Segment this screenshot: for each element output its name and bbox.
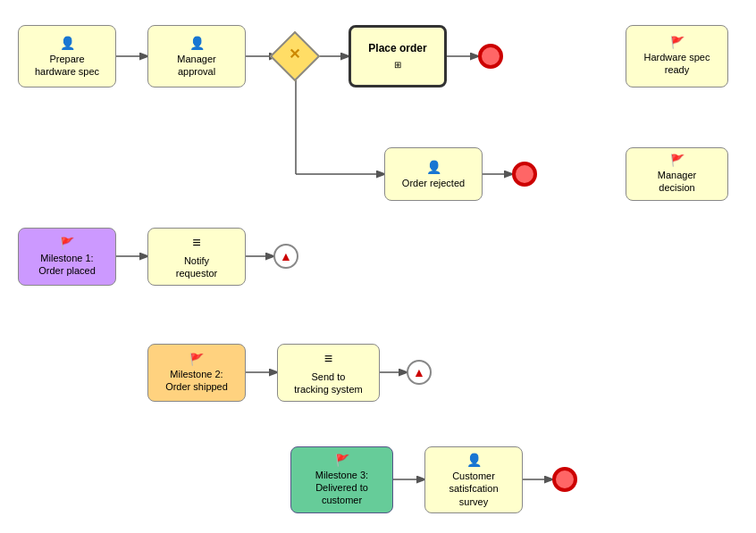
end-event-top (478, 44, 503, 69)
order-rejected-label: Order rejected (402, 177, 465, 189)
manager-decision[interactable]: 🚩 Manager decision (626, 147, 728, 201)
notify-requestor-task[interactable]: ≡ Notify requestor (147, 228, 246, 286)
milestone-order-shipped[interactable]: 🚩 Milestone 2: Order shipped (147, 344, 246, 402)
gateway-x-label: ✕ (289, 46, 300, 62)
place-order-sub-icon: ⊞ (394, 59, 401, 71)
hardware-spec-ready[interactable]: 🚩 Hardware spec ready (626, 25, 728, 87)
person-icon-2: 👤 (189, 35, 205, 51)
flag-icon-decision: 🚩 (670, 154, 685, 169)
end-event-rejected (512, 162, 537, 187)
manager-approval-label: Manager approval (177, 53, 215, 79)
person-icon-4: 👤 (466, 452, 482, 468)
lines-icon-2: ≡ (324, 350, 332, 369)
flag-icon-placed: 🚩 (60, 237, 74, 252)
flag-icon-shipped: 🚩 (189, 353, 204, 368)
manager-approval-task[interactable]: 👤 Manager approval (147, 25, 246, 87)
mid-event-tracking (407, 360, 432, 385)
person-icon-3: 👤 (426, 159, 441, 175)
manager-decision-label: Manager decision (658, 169, 696, 195)
order-rejected-task[interactable]: 👤 Order rejected (384, 147, 483, 201)
prepare-hardware-spec[interactable]: 👤 Prepare hardware spec (18, 25, 116, 87)
mid-event-notify (273, 244, 298, 269)
bpmn-canvas: 👤 Prepare hardware spec 👤 Manager approv… (0, 0, 756, 533)
send-tracking-label: Send to tracking system (294, 371, 362, 396)
prepare-label: Prepare hardware spec (35, 53, 99, 79)
person-icon: 👤 (60, 35, 75, 51)
place-order-task[interactable]: Place order ⊞ (349, 25, 447, 87)
milestone-delivered-label: Milestone 3: Delivered to customer (315, 469, 368, 507)
flag-icon-delivered: 🚩 (335, 454, 349, 469)
milestone-shipped-label: Milestone 2: Order shipped (165, 368, 228, 394)
flag-icon-hardware: 🚩 (670, 36, 685, 51)
gateway-container: ✕ (277, 38, 313, 74)
notify-requestor-label: Notify requestor (176, 254, 217, 280)
hardware-ready-label: Hardware spec ready (644, 51, 710, 77)
milestone-delivered[interactable]: 🚩 Milestone 3: Delivered to customer (290, 446, 393, 513)
send-tracking-task[interactable]: ≡ Send to tracking system (277, 344, 380, 402)
customer-survey-label: Customer satisfcation survey (449, 470, 498, 508)
milestone-placed-label: Milestone 1: Order placed (38, 252, 96, 278)
customer-survey-task[interactable]: 👤 Customer satisfcation survey (424, 446, 523, 513)
milestone-order-placed[interactable]: 🚩 Milestone 1: Order placed (18, 228, 116, 286)
place-order-label: Place order (368, 42, 426, 56)
end-event-bottom (552, 467, 577, 492)
lines-icon: ≡ (192, 234, 200, 253)
